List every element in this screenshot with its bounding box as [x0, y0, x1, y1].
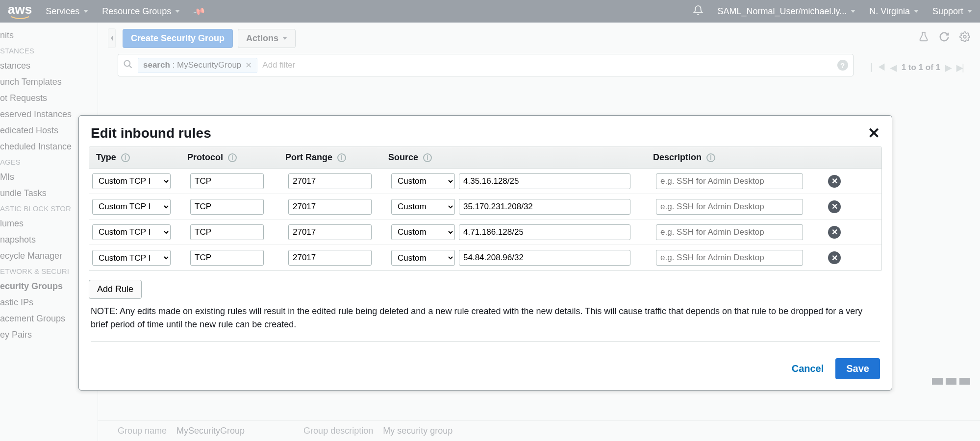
rule-port-input[interactable] [288, 199, 372, 215]
rule-port-input[interactable] [288, 224, 372, 240]
rules-table: Typei Protocoli Port Rangei Sourcei Desc… [89, 147, 882, 271]
rule-row: Custom TCP ICustom✕ [89, 245, 881, 270]
delete-rule-icon[interactable]: ✕ [828, 251, 841, 264]
rule-source-input[interactable] [459, 224, 630, 240]
add-rule-button[interactable]: Add Rule [89, 280, 142, 299]
rule-port-input[interactable] [288, 173, 372, 189]
rule-type-select[interactable]: Custom TCP I [92, 224, 171, 240]
rule-row: Custom TCP ICustom✕ [89, 220, 881, 245]
header-port: Port Range [285, 152, 332, 163]
close-icon[interactable]: ✕ [868, 124, 880, 142]
save-button[interactable]: Save [835, 358, 880, 379]
rule-protocol-input[interactable] [190, 173, 264, 189]
edit-inbound-rules-modal: Edit inbound rules ✕ Typei Protocoli Por… [78, 115, 892, 391]
info-icon[interactable]: i [228, 153, 237, 162]
delete-rule-icon[interactable]: ✕ [828, 175, 841, 188]
cancel-button[interactable]: Cancel [792, 363, 824, 374]
info-icon[interactable]: i [423, 153, 432, 162]
rule-description-input[interactable] [656, 173, 803, 189]
rule-source-mode-select[interactable]: Custom [391, 250, 455, 266]
rule-protocol-input[interactable] [190, 224, 264, 240]
rule-type-select[interactable]: Custom TCP I [92, 250, 171, 266]
rule-port-input[interactable] [288, 250, 372, 266]
rule-description-input[interactable] [656, 250, 803, 266]
rule-source-mode-select[interactable]: Custom [391, 224, 455, 240]
delete-rule-icon[interactable]: ✕ [828, 200, 841, 213]
rule-source-input[interactable] [459, 250, 630, 266]
info-icon[interactable]: i [121, 153, 130, 162]
modal-note: NOTE: Any edits made on existing rules w… [91, 305, 880, 342]
rule-row: Custom TCP ICustom✕ [89, 194, 881, 220]
info-icon[interactable]: i [337, 153, 346, 162]
rule-source-mode-select[interactable]: Custom [391, 173, 455, 189]
modal-title: Edit inbound rules [91, 125, 211, 141]
rule-source-input[interactable] [459, 199, 630, 215]
rule-type-select[interactable]: Custom TCP I [92, 199, 171, 215]
header-description: Description [653, 152, 702, 163]
rule-protocol-input[interactable] [190, 199, 264, 215]
info-icon[interactable]: i [706, 153, 715, 162]
header-source: Source [388, 152, 418, 163]
rule-row: Custom TCP ICustom✕ [89, 169, 881, 194]
rule-description-input[interactable] [656, 199, 803, 215]
rule-source-input[interactable] [459, 173, 630, 189]
rule-type-select[interactable]: Custom TCP I [92, 173, 171, 189]
rule-protocol-input[interactable] [190, 250, 264, 266]
rule-source-mode-select[interactable]: Custom [391, 199, 455, 215]
delete-rule-icon[interactable]: ✕ [828, 226, 841, 239]
header-type: Type [96, 152, 116, 163]
header-protocol: Protocol [187, 152, 223, 163]
rules-table-header: Typei Protocoli Port Rangei Sourcei Desc… [89, 147, 881, 169]
rule-description-input[interactable] [656, 224, 803, 240]
